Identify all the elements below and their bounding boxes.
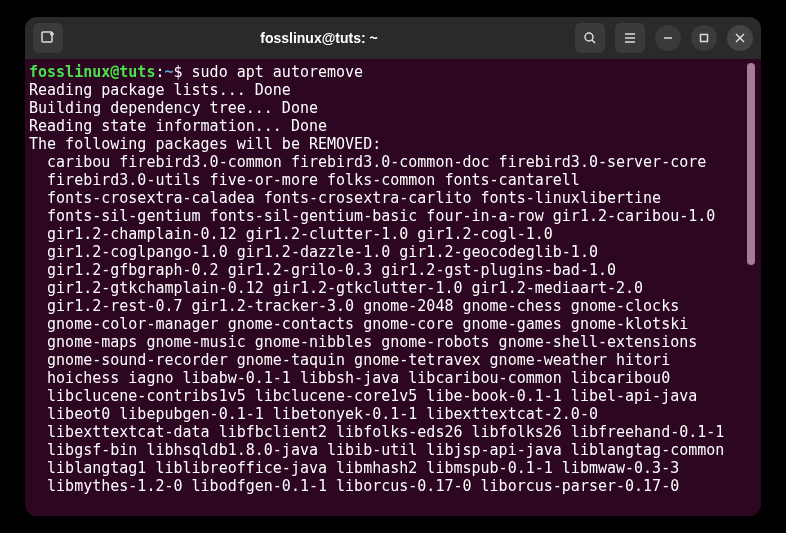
prompt-dollar: $ [174,63,192,81]
output-line: Reading package lists... Done [29,81,291,99]
package-line: fonts-crosextra-caladea fonts-crosextra-… [29,189,661,207]
search-button[interactable] [575,23,605,53]
minimize-icon [663,33,673,43]
output-line: Building dependency tree... Done [29,99,318,117]
scrollbar[interactable] [745,63,757,512]
scrollbar-thumb[interactable] [747,63,755,265]
minimize-button[interactable] [655,25,681,51]
svg-point-3 [585,33,593,41]
command-text: sudo apt autoremove [192,63,364,81]
new-tab-icon [40,30,56,46]
prompt-user-host: fosslinux@tuts [29,63,155,81]
package-line: libmythes-1.2-0 libodfgen-0.1-1 liborcus… [29,477,679,495]
package-line: liblangtag1 liblibreoffice-java libmhash… [29,459,679,477]
package-line: libexttextcat-data libfbclient2 libfolks… [29,423,724,441]
window-title: fosslinux@tuts: ~ [71,30,567,46]
terminal-body[interactable]: fosslinux@tuts:~$ sudo apt autoremove Re… [25,59,761,516]
package-line: caribou firebird3.0-common firebird3.0-c… [29,153,706,171]
maximize-button[interactable] [691,25,717,51]
svg-rect-9 [701,35,708,42]
package-line: libeot0 libepubgen-0.1-1 libetonyek-0.1-… [29,405,598,423]
terminal-window: fosslinux@tuts: ~ [25,17,761,516]
package-line: gnome-maps gnome-music gnome-nibbles gno… [29,333,697,351]
new-tab-button[interactable] [33,23,63,53]
package-line: gir1.2-champlain-0.12 gir1.2-clutter-1.0… [29,225,553,243]
titlebar: fosslinux@tuts: ~ [25,17,761,59]
hamburger-icon [623,31,637,45]
package-line: gir1.2-gtkchamplain-0.12 gir1.2-gtkclutt… [29,279,643,297]
close-icon [735,33,745,43]
prompt-path: ~ [164,63,173,81]
svg-line-4 [592,40,595,43]
package-line: gir1.2-rest-0.7 gir1.2-tracker-3.0 gnome… [29,297,679,315]
maximize-icon [699,33,709,43]
menu-button[interactable] [615,23,645,53]
package-line: firebird3.0-utils five-or-more folks-com… [29,171,580,189]
terminal-content: fosslinux@tuts:~$ sudo apt autoremove Re… [29,63,745,512]
package-line: libgsf-bin libhsqldb1.8.0-java libib-uti… [29,441,724,459]
package-line: gir1.2-coglpango-1.0 gir1.2-dazzle-1.0 g… [29,243,598,261]
package-line: libclucene-contribs1v5 libclucene-core1v… [29,387,697,405]
package-line: gnome-sound-recorder gnome-taquin gnome-… [29,351,670,369]
package-line: hoichess iagno libabw-0.1-1 libbsh-java … [29,369,670,387]
search-icon [583,31,597,45]
output-line: Reading state information... Done [29,117,327,135]
package-line: fonts-sil-gentium fonts-sil-gentium-basi… [29,207,715,225]
package-line: gnome-color-manager gnome-contacts gnome… [29,315,688,333]
close-button[interactable] [727,25,753,51]
package-line: gir1.2-gfbgraph-0.2 gir1.2-grilo-0.3 gir… [29,261,616,279]
output-line: The following packages will be REMOVED: [29,135,381,153]
